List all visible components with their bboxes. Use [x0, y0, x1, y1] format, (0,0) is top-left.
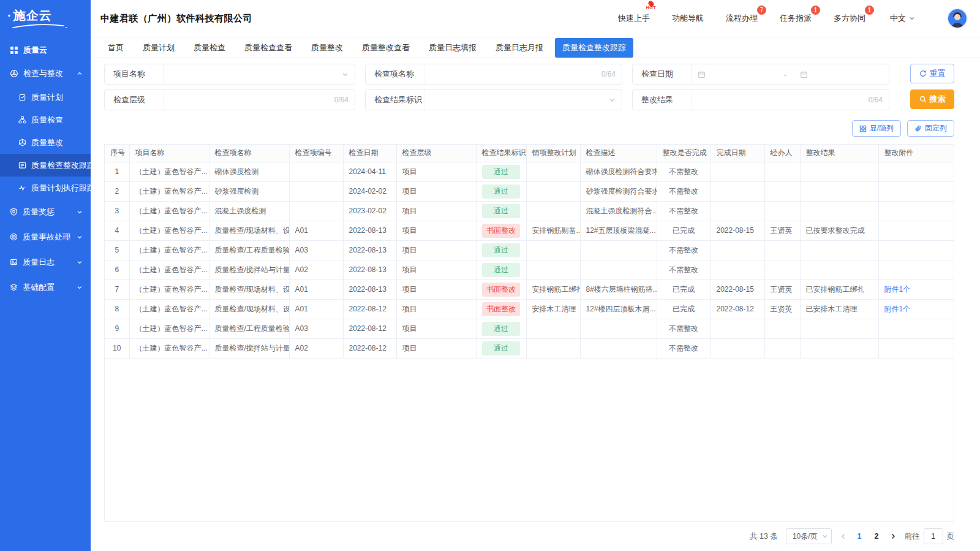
sidebar-group-label: 基础配置 — [23, 282, 55, 293]
cell-attach: 附件1个 — [878, 299, 954, 319]
search-button[interactable]: 搜索 — [910, 89, 954, 109]
sidebar-item-label: 质量检查 — [31, 115, 63, 126]
cell-code — [289, 181, 343, 201]
tab-home[interactable]: 首页 — [100, 38, 131, 58]
cell-level: 项目 — [396, 221, 476, 240]
result-mark-badge: 书面整改 — [482, 283, 520, 297]
table-row: 2（土建）蓝色智谷产...砂浆强度检测2024-02-02项目通过砂浆强度检测符… — [105, 181, 954, 201]
filter-check-date[interactable]: 检查日期 - — [632, 64, 889, 85]
sidebar-item-quality-cloud[interactable]: 质量云 — [0, 39, 91, 61]
filter-result-mark[interactable]: 检查结果标识 — [365, 89, 622, 110]
cell-seq: 5 — [105, 240, 129, 260]
tab-inspection-rectification-tracking[interactable]: 质量检查整改跟踪 — [555, 38, 633, 58]
cell-desc — [580, 240, 657, 260]
sidebar-item-plan-execution-tracking[interactable]: 质量计划执行跟踪 — [0, 177, 91, 199]
cell-plan — [526, 240, 580, 260]
page-number-1[interactable]: 1 — [855, 532, 864, 541]
hot-flame-icon: HOT — [646, 1, 656, 10]
tab-quality-log-monthly[interactable]: 质量日志月报 — [488, 38, 551, 58]
result-mark-badge: 通过 — [482, 322, 520, 336]
cell-desc: 砂浆强度检测符合要求 — [580, 181, 657, 201]
prev-page-arrow[interactable] — [840, 533, 847, 540]
filter-check-level[interactable]: 检查层级 0/64 — [104, 89, 355, 110]
nav-multi-party-collaboration[interactable]: 多方协同 1 — [834, 13, 865, 24]
next-page-arrow[interactable] — [889, 533, 897, 540]
tab-quality-inspection-view[interactable]: 质量检查查看 — [237, 38, 300, 58]
cell-item: 砌体强度检测 — [209, 162, 289, 181]
cell-desc: 砌体强度检测符合要求 — [580, 162, 657, 181]
sidebar-group-accidents[interactable]: 质量事故处理 — [0, 224, 91, 249]
language-selector[interactable]: 中文 — [890, 13, 915, 24]
tab-quality-rectification[interactable]: 质量整改 — [304, 38, 350, 58]
sidebar-group-rewards[interactable]: 质量奖惩 — [0, 199, 91, 224]
shield-icon — [10, 208, 18, 216]
notification-badge: 1 — [865, 6, 874, 15]
attachment-link[interactable]: 附件1个 — [884, 305, 911, 313]
column-header-done: 整改是否完成 — [657, 145, 710, 162]
table-row: 3（土建）蓝色智谷产...混凝土强度检测2023-02-02项目通过混凝土强度检… — [105, 201, 954, 221]
show-hide-columns-button[interactable]: 显/隐列 — [852, 120, 901, 137]
cell-handler: 王贤英 — [764, 221, 800, 240]
cell-mark: 通过 — [476, 181, 526, 201]
cell-code: A02 — [289, 338, 343, 358]
goto-page-group: 前往 页 — [905, 528, 955, 544]
chevron-down-icon — [77, 209, 83, 215]
nav-function-navigation[interactable]: 功能导航 — [672, 13, 704, 24]
cell-level: 项目 — [396, 299, 476, 319]
sidebar-item-quality-inspection[interactable]: 质量检查 — [0, 108, 91, 131]
table-row: 6（土建）蓝色智谷产...质量检查/搅拌站与计量...A022022-08-13… — [105, 260, 954, 279]
tab-quality-rectification-view[interactable]: 质量整改查看 — [355, 38, 417, 58]
cell-plan — [526, 260, 580, 279]
cell-finish — [710, 260, 764, 279]
nav-task-assignment[interactable]: 任务指派 1 — [780, 13, 812, 24]
cell-handler — [764, 240, 800, 260]
cell-project: （土建）蓝色智谷产... — [129, 162, 209, 181]
cell-code: A03 — [289, 240, 343, 260]
cell-result — [800, 201, 878, 221]
chevron-down-icon — [77, 234, 83, 240]
notification-badge: 7 — [757, 6, 766, 15]
cell-level: 项目 — [396, 319, 476, 338]
tab-quality-log-fill[interactable]: 质量日志填报 — [421, 38, 484, 58]
filter-check-item-name[interactable]: 检查项名称 0/64 — [365, 64, 622, 85]
tab-bar: 首页 质量计划 质量检查 质量检查查看 质量整改 质量整改查看 质量日志填报 质… — [91, 37, 980, 58]
reset-button[interactable]: 重置 — [910, 64, 954, 83]
cell-result: 已按要求整改完成 — [800, 221, 878, 240]
cell-date: 2024-02-02 — [343, 181, 396, 201]
tab-quality-plan[interactable]: 质量计划 — [135, 38, 182, 58]
cell-result — [800, 260, 878, 279]
cell-desc: 12#五层顶板梁混凝... — [580, 221, 657, 240]
cell-result — [800, 338, 878, 358]
cell-result — [800, 181, 878, 201]
cell-result — [800, 319, 878, 338]
sidebar-item-inspection-rectification-tracking[interactable]: 质量检查整改跟踪 — [0, 154, 91, 177]
sidebar-home-label: 质量云 — [23, 45, 47, 56]
cell-finish: 2022-08-15 — [710, 221, 764, 240]
goto-page-input[interactable] — [924, 528, 943, 544]
chevron-down-icon — [909, 15, 915, 21]
sidebar-item-quality-rectification[interactable]: 质量整改 — [0, 131, 91, 154]
cell-mark: 通过 — [476, 240, 526, 260]
top-nav: 快速上手 HOT 功能导航 流程办理 7 任务指派 1 多方协同 1 中文 — [618, 9, 967, 28]
attachment-link[interactable]: 附件1个 — [884, 285, 911, 294]
result-mark-badge: 通过 — [482, 243, 520, 257]
nav-process-handling[interactable]: 流程办理 7 — [726, 13, 758, 24]
pin-columns-button[interactable]: 固定列 — [907, 120, 954, 137]
column-header-desc: 检查描述 — [580, 145, 657, 162]
cell-level: 项目 — [396, 181, 476, 201]
sidebar-group-logs[interactable]: 质量日志 — [0, 249, 91, 275]
cell-seq: 10 — [105, 338, 129, 358]
filter-rectification-result[interactable]: 整改结果 0/64 — [632, 89, 889, 110]
user-avatar[interactable] — [948, 9, 967, 28]
nav-quick-start[interactable]: 快速上手 HOT — [618, 13, 650, 24]
page-number-2[interactable]: 2 — [872, 532, 881, 541]
tab-quality-inspection[interactable]: 质量检查 — [186, 38, 233, 58]
cell-attach: 附件1个 — [878, 279, 954, 299]
sidebar-group-basic-config[interactable]: 基础配置 — [0, 275, 91, 300]
sidebar-group-inspection[interactable]: 检查与整改 — [0, 61, 91, 86]
filter-project-name[interactable]: 项目名称 — [104, 64, 355, 85]
page-size-select[interactable]: 10条/页 — [786, 528, 832, 544]
chevron-down-icon — [609, 97, 616, 104]
sidebar-item-quality-plan[interactable]: 质量计划 — [0, 86, 91, 108]
refresh-icon — [919, 70, 927, 77]
